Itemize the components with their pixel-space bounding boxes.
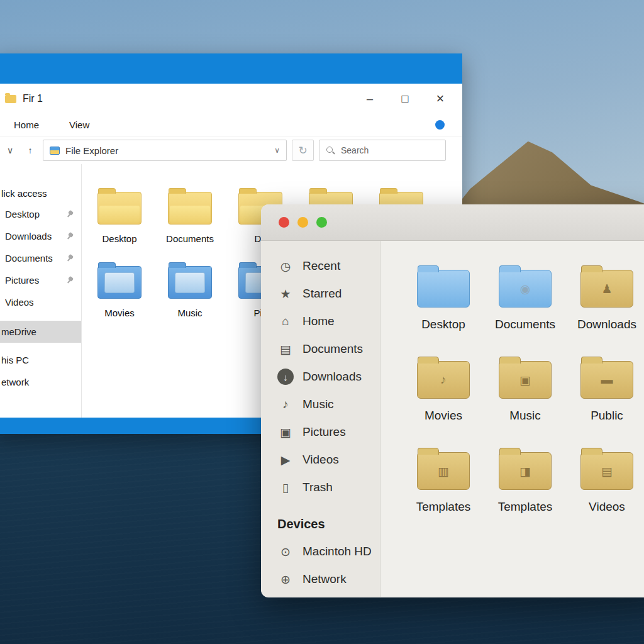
navigation-toolbar: ∨ ↑ File Explorer ∨ ↻ <box>0 136 462 164</box>
picture-icon: ▣ <box>277 424 294 440</box>
hard-drive-icon: ⊙ <box>277 543 294 560</box>
folder-music[interactable]: Music <box>155 261 225 319</box>
tan-folder-icon: ♪ <box>417 361 470 399</box>
menu-tab-home[interactable]: Home <box>14 119 39 130</box>
sidebar-item-pictures[interactable]: Pictures <box>0 269 81 291</box>
folder-downloads[interactable]: ♟ Downloads <box>566 264 644 355</box>
sidebar-item-recent[interactable]: ◷ Recent <box>277 252 380 280</box>
sync-status-icon[interactable] <box>435 120 445 130</box>
sidebar-item-pictures[interactable]: ▣ Pictures <box>277 418 380 446</box>
sidebar-item-downloads[interactable]: ↓ Downloads <box>277 363 380 391</box>
folder-movies[interactable]: ♪ Movies <box>402 355 484 446</box>
mac-title-bar[interactable] <box>261 204 644 241</box>
tan-folder-icon: ▤ <box>580 452 633 490</box>
finder-file-grid: Desktop ◉ Documents ♟ Downloads <box>380 241 644 597</box>
back-history-chevron-icon[interactable]: ∨ <box>3 145 18 155</box>
folder-documents[interactable]: Documents <box>155 187 225 245</box>
menu-tab-view[interactable]: View <box>69 119 89 130</box>
finder-sidebar: ◷ Recent ★ Starred ⌂ Home ▤ Documents ↓ <box>261 241 380 597</box>
close-button[interactable]: × <box>432 89 448 108</box>
explorer-sidebar: lick access Desktop Downloads Documents … <box>0 164 82 418</box>
yellow-folder-icon <box>97 192 142 225</box>
up-arrow-icon[interactable]: ↑ <box>23 145 38 155</box>
sidebar-item-videos[interactable]: Videos <box>0 291 81 313</box>
sidebar-item-music[interactable]: ♪ Music <box>277 391 380 418</box>
trash-icon: ▯ <box>277 479 294 496</box>
network-icon: ⊕ <box>277 571 294 587</box>
folder-icon <box>5 95 16 103</box>
sidebar-item-onedrive[interactable]: meDrive <box>0 321 81 343</box>
blue-folder-icon: ◉ <box>499 270 552 308</box>
folder-videos[interactable]: ▤ Videos <box>566 446 644 537</box>
sidebar-item-documents[interactable]: ▤ Documents <box>277 335 380 363</box>
refresh-button[interactable]: ↻ <box>292 140 314 161</box>
video-icon: ▶ <box>277 452 294 468</box>
tan-folder-icon: ♟ <box>580 270 633 308</box>
folder-public[interactable]: ▬ Public <box>566 355 644 446</box>
sidebar-item-desktop[interactable]: Desktop <box>0 203 81 225</box>
sidebar-item-macintosh-hd[interactable]: ⊙ Macintoh HD <box>277 538 380 565</box>
sidebar-item-downloads[interactable]: Downloads <box>0 225 81 247</box>
minimize-button[interactable]: – <box>362 89 378 108</box>
blue-folder-icon <box>97 266 142 299</box>
window-caption-row: Fir 1 – □ × <box>0 84 462 114</box>
sidebar-item-network[interactable]: ⊕ Network <box>277 565 380 593</box>
file-explorer-icon <box>50 147 60 155</box>
tan-folder-icon: ▬ <box>580 361 633 399</box>
sidebar-item-home[interactable]: ⌂ Home <box>277 308 380 335</box>
folder-templates-1[interactable]: ▥ Templates <box>402 446 484 537</box>
blue-folder-icon <box>168 266 212 299</box>
devices-section-header: Devices <box>277 510 380 538</box>
sidebar-item-videos[interactable]: ▶ Videos <box>277 446 380 474</box>
tan-folder-icon: ▥ <box>417 452 470 490</box>
sidebar-item-starred[interactable]: ★ Starred <box>277 280 380 308</box>
folder-desktop[interactable]: Desktop <box>84 187 155 245</box>
folder-movies[interactable]: Movies <box>84 261 155 319</box>
pin-icon <box>65 231 75 242</box>
tan-folder-icon: ◨ <box>499 452 552 490</box>
star-icon: ★ <box>277 286 294 302</box>
search-box[interactable] <box>319 140 446 161</box>
pin-icon <box>65 275 75 286</box>
clock-icon: ◷ <box>277 258 294 274</box>
sidebar-item-network[interactable]: etwork <box>0 371 81 393</box>
address-bar[interactable]: File Explorer ∨ <box>43 140 287 161</box>
search-input[interactable] <box>341 145 429 155</box>
window-title-bar[interactable] <box>0 53 462 84</box>
minimize-traffic-light[interactable] <box>297 217 308 228</box>
document-icon: ▤ <box>277 341 294 357</box>
quick-access-header[interactable]: lick access <box>0 183 81 203</box>
folder-templates-2[interactable]: ◨ Templates <box>484 446 566 537</box>
finder-body: ◷ Recent ★ Starred ⌂ Home ▤ Documents ↓ <box>261 241 644 597</box>
window-title: Fir 1 <box>23 93 43 104</box>
download-icon: ↓ <box>277 369 294 385</box>
tan-folder-icon: ▣ <box>499 361 552 399</box>
address-dropdown-icon[interactable]: ∨ <box>274 146 280 155</box>
blue-folder-icon <box>417 270 470 308</box>
folder-music[interactable]: ▣ Music <box>484 355 566 446</box>
maximize-button[interactable]: □ <box>397 89 413 108</box>
window-controls: – □ × <box>362 84 448 114</box>
pin-icon <box>65 253 75 264</box>
zoom-traffic-light[interactable] <box>316 217 327 228</box>
sidebar-item-documents[interactable]: Documents <box>0 247 81 269</box>
ribbon-menu: Home View <box>0 114 462 136</box>
folder-documents[interactable]: ◉ Documents <box>484 264 566 355</box>
sidebar-item-trash[interactable]: ▯ Trash <box>277 474 380 501</box>
sidebar-item-this-pc[interactable]: his PC <box>0 349 81 371</box>
close-traffic-light[interactable] <box>279 217 289 228</box>
home-icon: ⌂ <box>277 313 294 330</box>
folder-desktop[interactable]: Desktop <box>402 264 484 355</box>
search-icon <box>326 146 335 155</box>
yellow-folder-icon <box>168 192 212 225</box>
address-text: File Explorer <box>65 145 269 156</box>
desktop: Fir 1 – □ × Home View ∨ ↑ File Explorer … <box>0 0 644 644</box>
mac-finder-window: ◷ Recent ★ Starred ⌂ Home ▤ Documents ↓ <box>261 204 644 597</box>
music-note-icon: ♪ <box>277 396 294 413</box>
pin-icon <box>65 209 75 219</box>
